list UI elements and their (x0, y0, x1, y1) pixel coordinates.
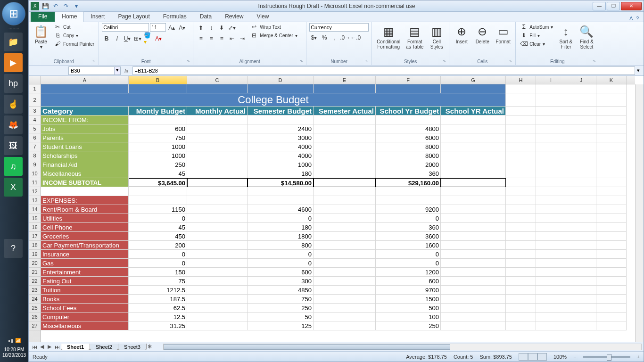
cell[interactable] (536, 321, 566, 330)
tab-page-layout[interactable]: Page Layout (111, 12, 156, 22)
cell[interactable] (441, 223, 506, 232)
insert-cells-button[interactable]: ⊕Insert (452, 23, 471, 45)
cell[interactable]: Montly Budget (129, 107, 187, 115)
cell[interactable] (566, 214, 596, 223)
formula-bar[interactable]: =B11-B28 (132, 66, 635, 75)
zoom-in-icon[interactable]: + (637, 354, 640, 360)
cell[interactable]: 300 (248, 277, 314, 286)
cell[interactable] (566, 151, 596, 160)
cell[interactable]: 3000 (248, 133, 314, 142)
cell[interactable] (596, 223, 627, 232)
cell[interactable] (596, 313, 627, 321)
col-header-A[interactable]: A (41, 76, 129, 84)
cell[interactable] (441, 187, 506, 196)
align-left-icon[interactable]: ≡ (196, 34, 206, 43)
col-header-D[interactable]: D (248, 76, 314, 84)
cell[interactable]: 0 (376, 259, 441, 268)
tab-insert[interactable]: Insert (84, 12, 111, 22)
tab-file[interactable]: File (31, 12, 55, 22)
comma-icon[interactable]: , (330, 33, 339, 42)
cell[interactable] (314, 133, 376, 142)
cell[interactable]: 1200 (376, 268, 441, 277)
row-header-1[interactable]: 1 (29, 84, 41, 93)
cell[interactable]: 0 (248, 250, 314, 259)
cell[interactable] (506, 214, 536, 223)
cell[interactable] (536, 84, 566, 93)
cell[interactable] (187, 223, 248, 232)
cell[interactable] (566, 321, 596, 330)
row-header-17[interactable]: 17 (29, 232, 41, 241)
cell[interactable]: Books (41, 295, 129, 304)
cell[interactable]: Semester Budget (248, 107, 314, 115)
cell[interactable]: 0 (376, 214, 441, 223)
row-header-25[interactable]: 25 (29, 304, 41, 313)
cell[interactable] (506, 93, 536, 107)
cell[interactable] (566, 295, 596, 304)
cell[interactable] (314, 196, 376, 205)
cell[interactable] (596, 151, 627, 160)
cell[interactable] (506, 151, 536, 160)
col-header-K[interactable]: K (596, 76, 627, 84)
tab-formulas[interactable]: Formulas (157, 12, 193, 22)
cell[interactable] (441, 250, 506, 259)
cell[interactable] (187, 187, 248, 196)
cell[interactable]: 0 (129, 259, 187, 268)
cell[interactable] (441, 142, 506, 151)
cell-styles-button[interactable]: ▥Cell Styles (427, 23, 446, 50)
cell[interactable] (566, 187, 596, 196)
cell[interactable]: 1000 (129, 142, 187, 151)
cell[interactable]: 187.5 (129, 295, 187, 304)
cell[interactable] (187, 169, 248, 178)
cell[interactable] (536, 286, 566, 295)
cell[interactable]: 100 (376, 313, 441, 321)
cell[interactable] (441, 169, 506, 178)
row-header-3[interactable]: 3 (29, 107, 41, 115)
taskbar-excel-icon[interactable]: X (4, 178, 23, 197)
cell[interactable] (314, 214, 376, 223)
cell[interactable] (187, 142, 248, 151)
cell[interactable] (314, 169, 376, 178)
cell[interactable]: School Yr Budget (376, 107, 441, 115)
cell[interactable] (41, 84, 129, 93)
cell[interactable]: 12.5 (129, 313, 187, 321)
cell[interactable]: Eating Out (41, 277, 129, 286)
cell[interactable] (566, 124, 596, 133)
cell[interactable] (314, 223, 376, 232)
align-top-icon[interactable]: ⬆ (196, 23, 206, 33)
cell[interactable]: 45 (129, 223, 187, 232)
row-header-12[interactable]: 12 (29, 187, 41, 196)
cell[interactable] (376, 115, 441, 124)
cell[interactable] (314, 268, 376, 277)
system-tray[interactable]: ◂ ▮ 📶 (0, 338, 28, 343)
row-header-26[interactable]: 26 (29, 313, 41, 321)
taskbar-help-icon[interactable]: ? (4, 239, 23, 258)
align-right-icon[interactable]: ≡ (217, 34, 226, 43)
cell[interactable] (506, 124, 536, 133)
percent-icon[interactable]: % (320, 33, 329, 42)
cell[interactable] (187, 250, 248, 259)
cell[interactable] (536, 205, 566, 214)
row-header-7[interactable]: 7 (29, 142, 41, 151)
cell[interactable] (187, 286, 248, 295)
underline-button[interactable]: U▾ (123, 34, 132, 43)
cell[interactable] (506, 196, 536, 205)
sheet-last-icon[interactable]: ⏭ (53, 343, 61, 351)
cell[interactable] (596, 232, 627, 241)
cell[interactable]: 3600 (376, 232, 441, 241)
cell[interactable] (536, 160, 566, 169)
cell[interactable] (187, 313, 248, 321)
cell[interactable]: 6000 (376, 133, 441, 142)
cell[interactable] (129, 84, 187, 93)
cell[interactable]: 500 (376, 304, 441, 313)
cell[interactable]: 360 (376, 223, 441, 232)
cell[interactable] (596, 169, 627, 178)
cell[interactable] (314, 151, 376, 160)
cell[interactable] (441, 214, 506, 223)
font-color-button[interactable]: A▾ (154, 34, 163, 43)
cell[interactable]: 2000 (376, 160, 441, 169)
cell[interactable] (536, 259, 566, 268)
cell[interactable] (596, 93, 627, 107)
cell[interactable] (596, 295, 627, 304)
row-header-18[interactable]: 18 (29, 241, 41, 250)
cell[interactable] (566, 93, 596, 107)
